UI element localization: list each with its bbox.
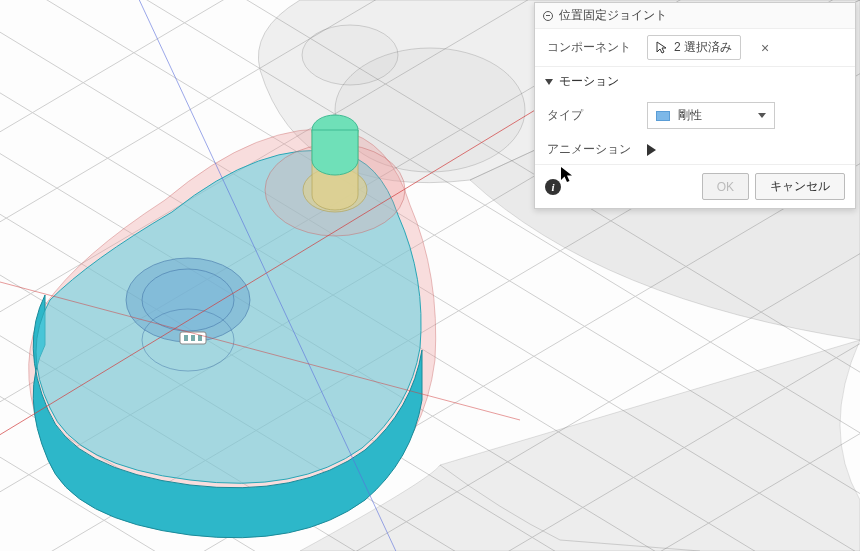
type-label: タイプ xyxy=(547,107,637,124)
chevron-down-icon xyxy=(545,79,553,85)
play-button[interactable] xyxy=(647,144,656,156)
panel-header[interactable]: 位置固定ジョイント xyxy=(535,3,855,29)
motion-section-label: モーション xyxy=(559,73,619,90)
panel-footer: i OK キャンセル xyxy=(535,164,855,208)
component-row: コンポーネント 2 選択済み × xyxy=(535,29,855,66)
collapse-icon[interactable] xyxy=(543,11,553,21)
svg-point-25 xyxy=(142,269,234,331)
motion-section-header[interactable]: モーション xyxy=(535,66,855,96)
rigid-type-icon xyxy=(656,111,670,121)
animation-label: アニメーション xyxy=(547,141,637,158)
type-value: 剛性 xyxy=(678,107,702,124)
svg-rect-28 xyxy=(184,335,188,341)
component-selection[interactable]: 2 選択済み xyxy=(647,35,741,60)
animation-row: アニメーション xyxy=(535,135,855,164)
info-icon[interactable]: i xyxy=(545,179,561,195)
type-select[interactable]: 剛性 xyxy=(647,102,775,129)
svg-point-23 xyxy=(302,25,398,85)
clear-selection-button[interactable]: × xyxy=(757,40,773,56)
panel-title: 位置固定ジョイント xyxy=(559,7,667,24)
cursor-icon xyxy=(656,41,668,55)
chevron-down-icon xyxy=(758,113,766,118)
type-row: タイプ 剛性 xyxy=(535,96,855,135)
cancel-button[interactable]: キャンセル xyxy=(755,173,845,200)
component-label: コンポーネント xyxy=(547,39,637,56)
ok-button[interactable]: OK xyxy=(702,173,749,200)
svg-rect-29 xyxy=(191,335,195,341)
component-selected-text: 2 選択済み xyxy=(674,39,732,56)
as-built-joint-panel: 位置固定ジョイント コンポーネント 2 選択済み × モーション タイプ 剛性 … xyxy=(534,2,856,209)
